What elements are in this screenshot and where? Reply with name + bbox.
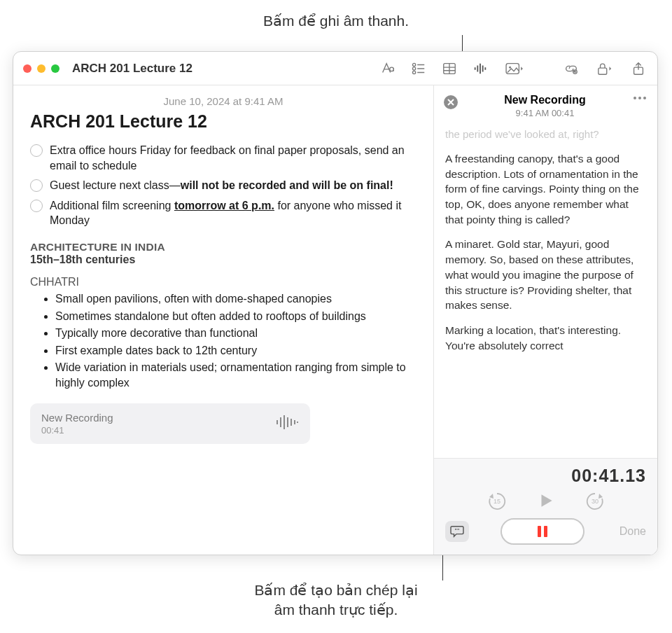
checklist-item[interactable]: Extra office hours Friday for feedback o… [30, 143, 416, 173]
link-button[interactable] [562, 60, 580, 78]
share-button[interactable] [629, 60, 648, 78]
share-icon [631, 61, 646, 76]
recording-card-title: New Recording [41, 412, 113, 424]
list-item: Typically more decorative than functiona… [55, 326, 416, 341]
ellipsis-icon [633, 95, 647, 101]
svg-text:30: 30 [591, 498, 598, 505]
skip-back-button[interactable]: 15 [486, 490, 507, 511]
pause-icon [538, 526, 547, 537]
recording-attachment[interactable]: New Recording 00:41 [30, 403, 310, 444]
done-button[interactable]: Done [615, 525, 646, 538]
bullet-list: Small open pavilions, often with dome-sh… [30, 291, 416, 391]
close-icon [447, 99, 454, 106]
svg-text:15: 15 [493, 498, 500, 505]
section-subheading: 15th–18th centuries [30, 253, 416, 266]
media-button[interactable] [502, 60, 527, 78]
list-item: Small open pavilions, often with dome-sh… [55, 291, 416, 307]
minimize-window-button[interactable] [37, 64, 46, 73]
play-button[interactable] [537, 492, 555, 510]
subsection-heading: CHHATRI [30, 276, 416, 288]
app-window: ARCH 201 Lecture 12 [13, 51, 658, 555]
window-controls [23, 64, 59, 73]
window-title: ARCH 201 Lecture 12 [72, 62, 192, 76]
svg-point-10 [638, 97, 641, 99]
checklist-item[interactable]: Guest lecture next class—will not be rec… [30, 178, 416, 193]
zoom-window-button[interactable] [51, 64, 59, 73]
svg-rect-7 [598, 68, 607, 74]
svg-point-1 [412, 67, 415, 69]
skip-forward-icon: 30 [584, 490, 606, 511]
media-icon [504, 61, 525, 76]
lock-icon [595, 61, 615, 76]
transcript-paragraph: A freestanding canopy, that's a good des… [445, 151, 646, 227]
pause-recording-button[interactable] [500, 518, 584, 545]
transcript-area[interactable]: the period we've looked at, right? A fre… [434, 123, 657, 458]
audio-wave-icon [275, 413, 299, 434]
close-window-button[interactable] [23, 64, 31, 73]
titlebar: ARCH 201 Lecture 12 [13, 52, 657, 85]
toolbar [379, 60, 648, 78]
skip-forward-button[interactable]: 30 [584, 490, 606, 511]
callout-top-label: Bấm để ghi âm thanh. [0, 13, 672, 29]
transcript-paragraph: A minaret. Gold star, Mayuri, good memor… [445, 237, 646, 312]
close-recording-button[interactable] [444, 95, 458, 109]
format-button[interactable] [379, 60, 397, 78]
playback-timer: 00:41.13 [445, 466, 646, 486]
record-audio-button[interactable] [471, 60, 489, 78]
svg-point-0 [412, 63, 415, 66]
svg-point-2 [412, 71, 415, 74]
checklist: Extra office hours Friday for feedback o… [30, 143, 416, 228]
callout-bottom-label: Bấm để tạo bản chép lại âm thanh trực ti… [0, 580, 672, 619]
list-item: Sometimes standalone but often added to … [55, 309, 416, 324]
lock-button[interactable] [593, 60, 617, 78]
recording-card-duration: 00:41 [41, 425, 113, 436]
callout-bottom-line [442, 551, 443, 580]
checkbox-unchecked-icon[interactable] [30, 200, 43, 212]
checkbox-unchecked-icon[interactable] [30, 179, 43, 192]
more-options-button[interactable] [632, 95, 648, 101]
transcript-paragraph: Marking a location, that's interesting. … [445, 323, 646, 353]
recording-title: New Recording [463, 94, 626, 106]
transcribe-button[interactable]: "" [445, 521, 469, 542]
section-heading: ARCHITECTURE IN INDIA [30, 241, 416, 253]
svg-point-11 [643, 97, 646, 99]
checklist-button[interactable] [410, 60, 428, 78]
note-date: June 10, 2024 at 9:41 AM [30, 95, 416, 107]
list-item: First example dates back to 12th century [55, 343, 416, 359]
playback-controls: 00:41.13 15 30 "" [434, 458, 657, 555]
audio-wave-icon [472, 61, 488, 76]
recording-panel: New Recording 9:41 AM 00:41 the period w… [433, 85, 657, 555]
table-icon [442, 61, 457, 76]
note-title: ARCH 201 Lecture 12 [30, 111, 416, 132]
svg-point-9 [634, 97, 636, 99]
play-icon [537, 492, 555, 510]
format-text-icon [380, 61, 396, 76]
checklist-icon [411, 61, 426, 76]
svg-text:"": "" [455, 527, 460, 534]
table-button[interactable] [440, 60, 458, 78]
speech-bubble-icon: "" [450, 525, 464, 538]
svg-point-5 [509, 66, 511, 68]
checkbox-unchecked-icon[interactable] [30, 144, 43, 157]
list-item: Wide variation in materials used; orname… [55, 360, 416, 390]
recording-subtitle: 9:41 AM 00:41 [463, 108, 626, 118]
skip-back-icon: 15 [486, 490, 507, 511]
checklist-item[interactable]: Additional film screening tomorrow at 6 … [30, 198, 416, 228]
transcript-faded-line: the period we've looked at, right? [445, 127, 646, 141]
note-body[interactable]: June 10, 2024 at 9:41 AM ARCH 201 Lectur… [13, 85, 433, 555]
link-icon [564, 61, 579, 76]
